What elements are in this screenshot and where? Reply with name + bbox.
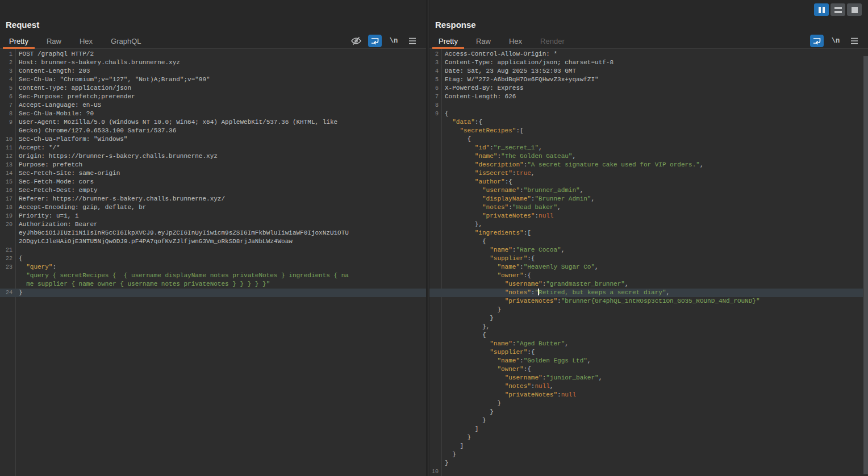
newline-toggle-button[interactable]: \n [829, 35, 842, 47]
code-line[interactable]: 7Accept-Language: en-US [0, 101, 426, 110]
code-line[interactable]: "displayName":"Brunner Admin", [429, 195, 868, 203]
code-line[interactable]: 3Content-Type: application/json; charset… [429, 59, 868, 67]
code-line[interactable]: 23 "query": [0, 263, 426, 272]
code-line[interactable]: "privateNotes":null [429, 391, 868, 399]
code-line[interactable]: 18Accept-Encoding: gzip, deflate, br [0, 203, 426, 212]
code-line[interactable]: 2ODgyLCJleHAiOjE3NTU5NjQwODJ9.pF4PA7qofK… [0, 237, 426, 246]
code-line[interactable]: Gecko) Chrome/127.0.6533.100 Safari/537.… [0, 127, 426, 135]
code-line[interactable]: { [429, 331, 868, 340]
code-line[interactable]: 7Content-Length: 626 [429, 93, 868, 101]
code-line[interactable]: "name":"The Golden Gateau", [429, 152, 868, 161]
code-line[interactable]: { [429, 135, 868, 144]
code-line[interactable]: 17Referer: https://brunner-s-bakery.chal… [0, 195, 426, 203]
code-line[interactable]: "username":"brunner_admin", [429, 186, 868, 195]
code-line[interactable]: "isSecret":true, [429, 169, 868, 178]
code-line[interactable]: ] [429, 442, 868, 450]
code-line[interactable]: "id":"r_secret_1", [429, 144, 868, 152]
code-line[interactable]: "supplier":{ [429, 254, 868, 263]
code-line[interactable]: "secretRecipes":[ [429, 127, 868, 135]
code-line[interactable]: 4Sec-Ch-Ua: "Chromium";v="127", "Not)A;B… [0, 76, 426, 84]
code-line[interactable]: "privateNotes":"brunner{Gr4phQL_1ntROsp3… [429, 297, 868, 306]
code-line[interactable]: 3Content-Length: 203 [0, 67, 426, 76]
code-line[interactable]: } [429, 408, 868, 416]
code-line[interactable]: 8Sec-Ch-Ua-Mobile: ?0 [0, 110, 426, 118]
word-wrap-button[interactable] [368, 35, 382, 47]
code-line[interactable]: 10 [429, 467, 868, 476]
response-editor[interactable]: 2Access-Control-Allow-Origin: *3Content-… [429, 49, 868, 476]
code-line[interactable]: "supplier":{ [429, 348, 868, 357]
code-line[interactable]: }, [429, 323, 868, 331]
code-line[interactable]: "author":{ [429, 178, 868, 186]
code-line[interactable]: ] [429, 425, 868, 433]
code-line[interactable]: me supplier { name owner { username note… [0, 280, 426, 289]
code-line[interactable]: 6X-Powered-By: Express [429, 84, 868, 93]
code-line[interactable]: }, [429, 220, 868, 229]
newline-toggle-button[interactable]: \n [387, 35, 400, 47]
code-line[interactable]: "notes":"Retired, but keeps a secret dia… [429, 289, 868, 297]
tab-response-raw[interactable]: Raw [467, 34, 500, 48]
code-line[interactable]: 13Purpose: prefetch [0, 161, 426, 169]
code-line[interactable]: 21 [0, 246, 426, 254]
code-line[interactable]: "description":"A secret signature cake u… [429, 161, 868, 169]
code-line[interactable]: "notes":null, [429, 382, 868, 391]
code-line[interactable]: 22{ [0, 254, 426, 263]
code-line[interactable]: eyJhbGciOiJIUzI1NiIsInR5cCI6IkpXVCJ9.eyJ… [0, 229, 426, 237]
code-line[interactable]: 20Authorization: Bearer [0, 220, 426, 229]
tab-request-graphql[interactable]: GraphQL [102, 34, 150, 48]
code-line[interactable]: "name":"Rare Cocoa", [429, 246, 868, 254]
code-line[interactable]: 8 [429, 101, 868, 110]
vertical-scrollbar[interactable] [863, 49, 868, 476]
code-line[interactable]: 5Etag: W/"272-A6bdBqH7Oe6FQHwvZ3x+yqawfZ… [429, 76, 868, 84]
code-line[interactable]: 11Accept: */* [0, 144, 426, 152]
split-vertical-view-button[interactable] [814, 3, 829, 16]
request-editor[interactable]: 1POST /graphql HTTP/22Host: brunner-s-ba… [0, 49, 426, 476]
code-line[interactable]: 16Sec-Fetch-Dest: empty [0, 186, 426, 195]
code-line[interactable]: 10Sec-Ch-Ua-Platform: "Windows" [0, 135, 426, 144]
code-line[interactable]: 5Content-Type: application/json [0, 84, 426, 93]
tab-request-pretty[interactable]: Pretty [0, 34, 37, 48]
code-line[interactable]: 6Sec-Purpose: prefetch;prerender [0, 93, 426, 101]
code-line[interactable]: 15Sec-Fetch-Mode: cors [0, 178, 426, 186]
code-line[interactable]: "notes":"Head baker", [429, 203, 868, 212]
code-line[interactable]: } [429, 416, 868, 425]
scrollbar-thumb[interactable] [863, 56, 868, 474]
single-view-button[interactable] [847, 3, 862, 16]
code-line[interactable]: 9{ [429, 110, 868, 118]
code-line[interactable]: } [429, 399, 868, 408]
code-line[interactable]: } [429, 450, 868, 459]
tab-request-raw[interactable]: Raw [37, 34, 70, 48]
hide-nonprinting-button[interactable] [349, 35, 363, 47]
code-line[interactable]: "data":{ [429, 118, 868, 127]
tab-request-hex[interactable]: Hex [70, 34, 102, 48]
code-line[interactable]: { [429, 237, 868, 246]
code-line[interactable]: } [429, 459, 868, 467]
editor-menu-button[interactable] [406, 35, 419, 47]
code-line[interactable]: "owner":{ [429, 272, 868, 280]
code-line[interactable]: 9User-Agent: Mozilla/5.0 (Windows NT 10.… [0, 118, 426, 127]
code-line[interactable]: } [429, 433, 868, 442]
code-line[interactable]: 1POST /graphql HTTP/2 [0, 50, 426, 59]
code-line[interactable]: "username":"grandmaster_brunner", [429, 280, 868, 289]
code-line[interactable]: "ingredients":[ [429, 229, 868, 237]
code-line[interactable]: 4Date: Sat, 23 Aug 2025 13:52:03 GMT [429, 67, 868, 76]
code-line[interactable]: 2Access-Control-Allow-Origin: * [429, 50, 868, 59]
code-line[interactable]: "owner":{ [429, 365, 868, 374]
code-line[interactable]: "name":"Aged Butter", [429, 340, 868, 348]
code-line[interactable]: 14Sec-Fetch-Site: same-origin [0, 169, 426, 178]
code-line[interactable]: "name":"Golden Eggs Ltd", [429, 357, 868, 365]
code-line[interactable]: "username":"junior_baker", [429, 374, 868, 382]
code-line[interactable]: 24} [0, 289, 426, 297]
code-line[interactable]: "name":"Heavenly Sugar Co", [429, 263, 868, 272]
tab-response-render[interactable]: Render [531, 34, 574, 48]
code-line[interactable]: } [429, 306, 868, 314]
code-line[interactable]: } [429, 314, 868, 323]
code-line[interactable]: 19Priority: u=1, i [0, 212, 426, 220]
split-horizontal-view-button[interactable] [831, 3, 845, 16]
code-line[interactable]: "query { secretRecipes { { username disp… [0, 272, 426, 280]
tab-response-pretty[interactable]: Pretty [429, 34, 467, 48]
code-line[interactable]: 2Host: brunner-s-bakery.challs.brunnerne… [0, 59, 426, 67]
word-wrap-button[interactable] [810, 35, 824, 47]
editor-menu-button[interactable] [848, 35, 861, 47]
tab-response-hex[interactable]: Hex [500, 34, 531, 48]
code-line[interactable]: "privateNotes":null [429, 212, 868, 220]
